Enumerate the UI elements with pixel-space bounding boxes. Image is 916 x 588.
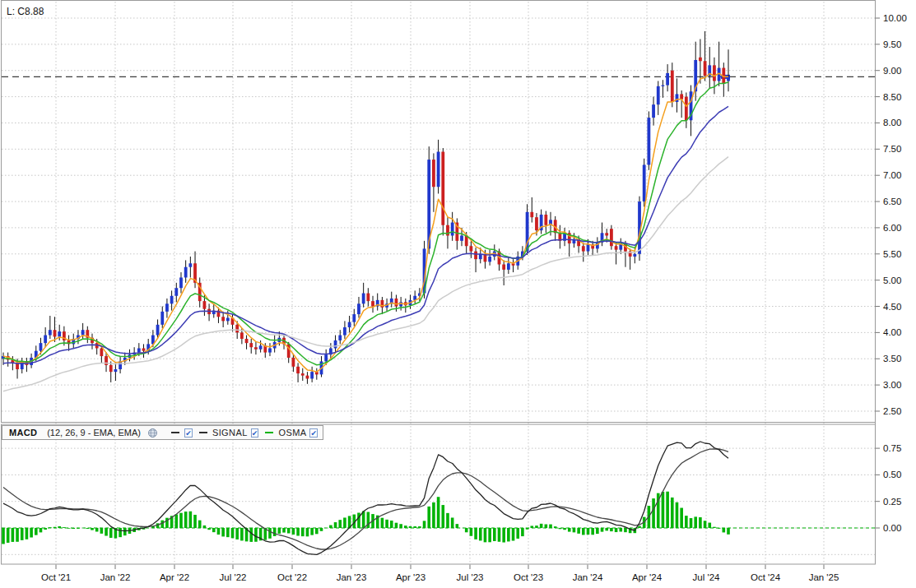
osma-bar [502, 528, 505, 543]
price-axis-label: 4.50 [883, 302, 901, 312]
price-axis-label: 7.50 [883, 144, 901, 154]
osma-bar [160, 521, 164, 528]
time-axis-label: Apr '24 [632, 572, 663, 582]
candle-down [301, 373, 305, 376]
osma-bar [287, 528, 291, 533]
osma-bar [91, 528, 94, 530]
candle-up [226, 318, 230, 322]
osma-bar [596, 528, 599, 534]
candle-up [460, 235, 463, 240]
candle-up [114, 369, 118, 372]
osma-bar [58, 526, 61, 528]
macd-axis-label: 0.25 [883, 497, 901, 507]
osma-bar [446, 513, 449, 528]
time-axis-label: Jul '22 [220, 572, 247, 582]
osma-bar [231, 528, 235, 538]
osma-bar [573, 528, 576, 532]
osma-histogram [2, 492, 730, 544]
osma-bar [568, 528, 571, 532]
osma-bar [7, 528, 10, 543]
price-macd-chart-svg: 10.009.509.008.508.007.507.006.506.005.5… [0, 0, 916, 588]
macd-line-checkbox[interactable]: ✔ [184, 428, 193, 438]
osma-bar [292, 528, 295, 535]
candle-up [507, 263, 510, 270]
candle-up [58, 331, 61, 336]
price-axis-label: 5.00 [883, 275, 901, 285]
candle-up [170, 296, 174, 304]
price-axis-label: 6.50 [883, 197, 901, 206]
osma-bar [221, 528, 225, 536]
candle-up [662, 86, 665, 86]
price-axis-label: 10.00 [883, 13, 907, 23]
osma-bar [624, 528, 627, 532]
price-axis-label: 4.00 [883, 327, 901, 337]
candle-down [474, 252, 477, 260]
ema-slow-line [3, 106, 728, 363]
osma-checkbox[interactable]: ✔ [309, 428, 318, 438]
osma-bar [2, 528, 5, 544]
candle-down [502, 265, 505, 270]
osma-bar [690, 518, 693, 528]
candle-up [352, 314, 356, 322]
osma-bar [179, 513, 183, 528]
osma-bar [418, 526, 421, 528]
osma-bar [44, 528, 47, 530]
globe-icon[interactable] [147, 428, 158, 438]
osma-bar [235, 528, 239, 539]
candle-down [240, 332, 244, 339]
candle-up [348, 322, 351, 327]
signal-checkbox[interactable]: ✔ [251, 428, 259, 438]
time-axis-label: Apr '23 [396, 572, 425, 582]
osma-bar [226, 528, 230, 537]
candle-up [362, 294, 365, 304]
osma-bar [119, 528, 122, 537]
price-axis-label: 2.50 [883, 406, 901, 416]
candle-down [380, 300, 384, 308]
candle-up [49, 330, 52, 335]
osma-bar [399, 524, 402, 528]
candle-up [160, 312, 164, 325]
candle-down [306, 376, 309, 379]
time-axis-label: Jan '22 [100, 572, 131, 582]
macd-axis-label: 0.00 [883, 523, 901, 533]
candle-up [188, 263, 192, 266]
candle-down [530, 212, 533, 217]
osma-bar [723, 528, 726, 532]
osma-bar [727, 528, 730, 535]
candle-up [81, 330, 85, 335]
osma-bar [72, 528, 75, 529]
candle-down [544, 215, 547, 225]
time-axis-label: Apr '22 [160, 572, 189, 582]
osma-bar [63, 527, 66, 528]
osma-bar [109, 528, 113, 538]
osma-bar [16, 528, 19, 542]
candle-down [203, 301, 207, 309]
osma-bar [67, 528, 71, 529]
overlays-layer [3, 73, 728, 391]
candle-up [657, 86, 660, 104]
macd-legend-title: MACD [9, 428, 37, 438]
value-axis-layer: 10.009.509.008.508.007.507.006.506.005.5… [876, 13, 907, 533]
osma-bar [521, 528, 524, 536]
osma-bar [605, 528, 608, 530]
time-axis-label: Jul '23 [457, 572, 484, 582]
osma-bar [512, 528, 515, 541]
osma-bar [704, 521, 707, 528]
candle-down [713, 65, 716, 81]
osma-bar [507, 528, 510, 541]
osma-bar [278, 528, 281, 534]
osma-bar [666, 492, 669, 528]
osma-bar [549, 525, 552, 528]
candle-up [338, 336, 342, 340]
ema-medium-line [3, 82, 728, 365]
osma-bar [49, 527, 52, 528]
osma-bar [526, 528, 529, 530]
osma-swatch [265, 432, 273, 433]
osma-bar [479, 528, 482, 540]
osma-bar [685, 516, 688, 528]
osma-bar [240, 528, 244, 540]
osma-bar [488, 528, 491, 542]
osma-bar [95, 528, 99, 531]
panel-borders-layer [2, 0, 876, 564]
osma-bar [329, 525, 332, 528]
